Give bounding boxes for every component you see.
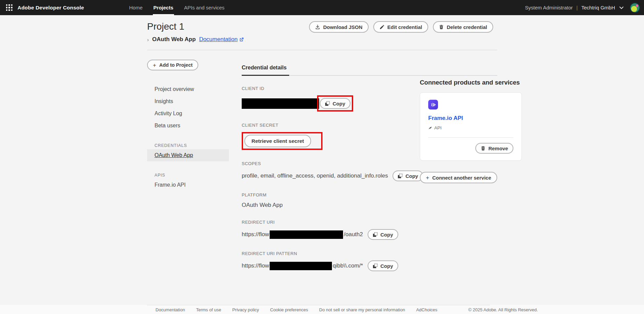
retrieve-client-secret-button[interactable]: Retrieve client secret bbox=[244, 135, 311, 147]
copy-redirect-uri-button[interactable]: Copy bbox=[368, 229, 398, 240]
redirect-uri-pattern-label: REDIRECT URI PATTERN bbox=[242, 251, 423, 256]
nav-item-apis-and-services[interactable]: APIs and services bbox=[179, 0, 230, 15]
nav-item-projects[interactable]: Projects bbox=[148, 0, 179, 15]
sidebar-item-beta-users[interactable]: Beta users bbox=[147, 120, 229, 132]
client-id-field: CLIENT ID Copy bbox=[242, 86, 423, 112]
client-id-redacted-value bbox=[242, 98, 319, 109]
topbar-user-area: System Administrator | Techtriq GmbH bbox=[525, 3, 644, 13]
copy-icon bbox=[398, 174, 403, 179]
sidebar-item-frameio-api[interactable]: Frame.io API bbox=[147, 179, 229, 191]
download-icon bbox=[315, 24, 320, 30]
copy-label: Copy bbox=[405, 173, 418, 179]
copy-label: Copy bbox=[380, 263, 393, 269]
header-divider bbox=[147, 50, 497, 50]
delete-credential-button[interactable]: Delete credential bbox=[433, 21, 493, 33]
breadcrumb: › OAuth Web App Documentation bbox=[147, 36, 644, 43]
add-to-project-label: Add to Project bbox=[159, 62, 193, 68]
adobe-logo-wordmark[interactable]: Adobe Developer Console bbox=[18, 5, 84, 11]
footer-link-documentation[interactable]: Documentation bbox=[156, 307, 185, 312]
remove-service-button[interactable]: Remove bbox=[475, 143, 513, 154]
copy-label: Copy bbox=[333, 101, 345, 106]
user-avatar[interactable] bbox=[630, 3, 640, 13]
primary-nav: Home Projects APIs and services bbox=[124, 0, 230, 15]
credential-details-panel: CLIENT ID Copy CLIENT SECRET Retrieve cl… bbox=[242, 86, 423, 282]
api-type-icon bbox=[428, 126, 432, 130]
page-header: Project 1 Download JSON Edit credential … bbox=[0, 15, 644, 33]
delete-credential-label: Delete credential bbox=[447, 24, 487, 30]
footer-link-do-not-sell[interactable]: Do not sell or share my personal informa… bbox=[319, 307, 405, 312]
nav-item-home[interactable]: Home bbox=[124, 0, 148, 15]
credential-tabs: Credential details bbox=[242, 65, 497, 76]
trash-icon bbox=[481, 146, 485, 151]
sidebar-section-apis: APIS bbox=[147, 171, 229, 179]
credential-name: OAuth Web App bbox=[152, 36, 196, 43]
top-navigation-bar: Adobe Developer Console Home Projects AP… bbox=[0, 0, 644, 15]
client-secret-label: CLIENT SECRET bbox=[242, 123, 423, 128]
card-divider bbox=[428, 137, 513, 138]
separator: | bbox=[576, 5, 578, 10]
redirect-uri-field: REDIRECT URI https://flow/oauth2 Copy bbox=[242, 220, 423, 240]
redirect-uri-pattern-prefix: https://flow bbox=[242, 262, 269, 269]
client-id-label: CLIENT ID bbox=[242, 86, 423, 91]
app-grid-icon[interactable] bbox=[6, 4, 12, 11]
documentation-link[interactable]: Documentation bbox=[199, 36, 243, 43]
edit-pencil-icon bbox=[379, 25, 384, 30]
platform-field: PLATFORM OAuth Web App bbox=[242, 192, 423, 209]
frameio-service-card: Frame.io API API Remove bbox=[420, 92, 522, 161]
connect-another-service-button[interactable]: + Connect another service bbox=[420, 172, 497, 183]
footer-link-terms-of-use[interactable]: Terms of use bbox=[196, 307, 221, 312]
edit-credential-button[interactable]: Edit credential bbox=[373, 21, 428, 33]
copy-scopes-button[interactable]: Copy bbox=[393, 170, 423, 181]
scopes-value: profile, email, offline_access, openid, … bbox=[242, 172, 388, 179]
frameio-api-link[interactable]: Frame.io API bbox=[428, 115, 513, 122]
service-type-label: API bbox=[434, 125, 442, 130]
redirect-uri-prefix: https://flow bbox=[242, 231, 269, 237]
connected-products-title: Connected products and services bbox=[420, 78, 522, 87]
external-link-icon bbox=[239, 37, 244, 42]
redirect-uri-pattern-redacted bbox=[270, 262, 332, 270]
connected-products-panel: Connected products and services Frame.io… bbox=[420, 78, 522, 183]
tab-credential-details[interactable]: Credential details bbox=[242, 65, 289, 76]
page-title: Project 1 bbox=[147, 21, 184, 32]
redirect-uri-label: REDIRECT URI bbox=[242, 220, 423, 225]
plus-icon: + bbox=[153, 62, 156, 68]
footer-link-cookie-preferences[interactable]: Cookie preferences bbox=[270, 307, 308, 312]
redirect-uri-value: https://flow/oauth2 bbox=[242, 230, 363, 239]
org-switcher[interactable]: Techtriq GmbH bbox=[581, 5, 615, 10]
sidebar-item-insights[interactable]: Insights bbox=[147, 95, 229, 107]
redirect-uri-pattern-field: REDIRECT URI PATTERN https://flowqibb\\.… bbox=[242, 251, 423, 271]
sidebar-item-oauth-web-app-label: OAuth Web App bbox=[155, 152, 193, 158]
sidebar-section-credentials: CREDENTIALS bbox=[147, 141, 229, 149]
sidebar-item-activity-log[interactable]: Activity Log bbox=[147, 107, 229, 120]
page-footer: Documentation Terms of use Privacy polic… bbox=[0, 305, 644, 314]
connect-another-service-label: Connect another service bbox=[432, 175, 491, 181]
chevron-right-icon[interactable]: › bbox=[147, 37, 149, 42]
footer-link-privacy-policy[interactable]: Privacy policy bbox=[232, 307, 259, 312]
platform-value: OAuth Web App bbox=[242, 202, 283, 209]
download-json-button[interactable]: Download JSON bbox=[309, 21, 369, 33]
documentation-label: Documentation bbox=[199, 36, 237, 43]
chevron-down-icon[interactable] bbox=[619, 6, 623, 9]
redirect-uri-pattern-suffix: qibb\\.com/* bbox=[333, 262, 363, 269]
add-to-project-button[interactable]: + Add to Project bbox=[147, 60, 198, 70]
scopes-field: SCOPES profile, email, offline_access, o… bbox=[242, 161, 423, 181]
trash-icon bbox=[439, 24, 444, 30]
project-sidebar: + Add to Project Project overview Insigh… bbox=[147, 60, 229, 191]
frameio-api-icon bbox=[428, 100, 438, 109]
sidebar-item-project-overview[interactable]: Project overview bbox=[147, 83, 229, 95]
copy-client-id-button[interactable]: Copy bbox=[320, 98, 350, 109]
download-json-label: Download JSON bbox=[323, 24, 363, 30]
copy-icon bbox=[373, 232, 378, 237]
header-actions: Download JSON Edit credential Delete cre… bbox=[309, 21, 493, 33]
redirect-uri-suffix: /oauth2 bbox=[344, 231, 363, 237]
copy-redirect-uri-pattern-button[interactable]: Copy bbox=[368, 260, 398, 271]
sidebar-nav-list: Project overview Insights Activity Log B… bbox=[147, 83, 229, 191]
client-secret-field: CLIENT SECRET Retrieve client secret bbox=[242, 123, 423, 150]
copy-icon bbox=[325, 101, 330, 106]
remove-label: Remove bbox=[488, 146, 508, 151]
scopes-label: SCOPES bbox=[242, 161, 423, 166]
sidebar-item-oauth-web-app[interactable]: OAuth Web App bbox=[147, 149, 229, 161]
footer-link-adchoices[interactable]: AdChoices bbox=[416, 307, 437, 312]
copyright-text: © 2025 Adobe. All Rights Reserved. bbox=[468, 307, 538, 312]
adobe-developer-console-page: { "topbar": { "app_title": "Adobe Develo… bbox=[0, 0, 644, 314]
